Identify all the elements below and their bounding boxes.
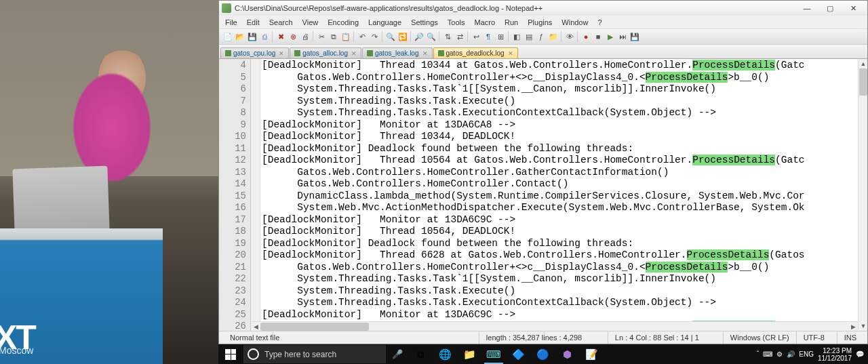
- close-doc-icon[interactable]: ✖: [275, 31, 287, 43]
- paste-icon[interactable]: 📋: [340, 31, 352, 43]
- menu-run[interactable]: Run: [500, 18, 523, 27]
- zoom-out-icon[interactable]: 🔍: [425, 31, 437, 43]
- code-line[interactable]: System.Web.Mvc.ActionMethodDispatcher.Ex…: [262, 202, 858, 214]
- terminal-icon[interactable]: ⌨: [481, 344, 506, 364]
- code-line[interactable]: Gatos.Web.Controllers.HomeController.Con…: [262, 178, 858, 190]
- tab-gatos-leak[interactable]: gatos_leak.log✕: [362, 47, 433, 58]
- code-line[interactable]: System.Threading.Tasks.Task.Execute(): [262, 285, 858, 298]
- tray-chevron-icon[interactable]: ˆ: [757, 350, 759, 358]
- start-button[interactable]: [218, 344, 243, 364]
- redo-icon[interactable]: ↷: [368, 31, 380, 43]
- menu-macro[interactable]: Macro: [469, 18, 500, 27]
- userlang-icon[interactable]: ◧: [511, 31, 523, 43]
- save-all-icon[interactable]: ⎙: [258, 31, 271, 43]
- maximize-button[interactable]: ▢: [818, 1, 842, 15]
- code-line[interactable]: [DeadlockMonitor] Deadlock found between…: [262, 238, 858, 250]
- code-line[interactable]: Gatos.Web.Controllers.HomeController+<>c…: [262, 262, 858, 274]
- task-view-icon[interactable]: ⧉: [408, 344, 433, 364]
- code-line[interactable]: System.Threading.Tasks.Task.Execute(): [262, 96, 858, 108]
- wordwrap-icon[interactable]: ↩: [470, 31, 482, 43]
- tab-close-icon[interactable]: ✕: [508, 50, 513, 57]
- menu-help[interactable]: ?: [593, 18, 606, 27]
- code-line[interactable]: DynamicClass.lambda_method(System.Runtim…: [262, 190, 858, 203]
- cortana-mic-icon[interactable]: 🎤: [387, 344, 408, 364]
- close-button[interactable]: ✕: [842, 1, 865, 15]
- app-icon-2[interactable]: 🔵: [530, 344, 555, 364]
- copy-icon[interactable]: ⧉: [328, 31, 340, 43]
- scroll-right-icon[interactable]: ▶: [848, 322, 858, 331]
- code-line[interactable]: System.Threading.Tasks.Task.ExecutionCon…: [262, 297, 858, 309]
- taskbar-search[interactable]: Type here to search: [243, 345, 386, 363]
- scroll-up-icon[interactable]: ▲: [859, 59, 867, 68]
- tab-close-icon[interactable]: ✕: [422, 50, 428, 57]
- horizontal-scrollbar[interactable]: ◀ ▶: [251, 321, 858, 331]
- code-line[interactable]: [DeadlockMonitor] Monitor at 13DA6C9C --…: [262, 214, 858, 226]
- cut-icon[interactable]: ✂: [315, 31, 328, 43]
- save-macro-icon[interactable]: 💾: [629, 31, 641, 43]
- scroll-down-icon[interactable]: ▼: [859, 321, 867, 331]
- tray-keyboard-icon[interactable]: ⌨: [763, 350, 772, 358]
- minimize-button[interactable]: —: [795, 1, 818, 15]
- tab-close-icon[interactable]: ✕: [351, 50, 357, 57]
- tab-gatos-alloc[interactable]: gatos_alloc.log✕: [290, 47, 361, 58]
- tray-network-icon[interactable]: ⚙: [776, 350, 783, 358]
- code-line[interactable]: Gatos.Web.Controllers.HomeController.Gat…: [262, 167, 858, 179]
- menu-search[interactable]: Search: [264, 18, 298, 27]
- code-line[interactable]: System.Threading.Tasks.Task`1[[System.__…: [262, 83, 858, 96]
- scroll-thumb[interactable]: [859, 68, 867, 96]
- monitoring-icon[interactable]: 👁: [564, 31, 576, 43]
- code-line[interactable]: [DeadlockMonitor] Monitor at 13DA6C9C --…: [262, 309, 858, 321]
- code-line[interactable]: [DeadlockMonitor] Thread 10564 at Gatos.…: [262, 155, 858, 167]
- menu-tools[interactable]: Tools: [443, 18, 470, 27]
- vertical-scrollbar[interactable]: ▲ ▼: [858, 59, 867, 331]
- menu-file[interactable]: File: [220, 18, 242, 27]
- code-line[interactable]: [DeadlockMonitor] Thread 6628 at Gatos.W…: [262, 249, 858, 262]
- app-icon-1[interactable]: 🔷: [506, 344, 530, 364]
- code-line[interactable]: [DeadlockMonitor] Thread 10344, DEADLOCK…: [262, 131, 858, 143]
- sync-vscroll-icon[interactable]: ⇅: [441, 31, 454, 43]
- menu-edit[interactable]: Edit: [242, 18, 264, 27]
- new-file-icon[interactable]: 📄: [222, 31, 234, 43]
- folder-icon[interactable]: 📁: [547, 31, 559, 43]
- play-multi-icon[interactable]: ⏭: [616, 31, 629, 43]
- record-macro-icon[interactable]: ●: [580, 31, 592, 43]
- funclist-icon[interactable]: ƒ: [535, 31, 547, 43]
- code-line[interactable]: System.Threading.Tasks.Task`1[[System.__…: [262, 273, 858, 285]
- tab-gatos-deadlock[interactable]: gatos_deadlock.log✕: [433, 47, 518, 58]
- indent-guide-icon[interactable]: ⊞: [494, 31, 507, 43]
- code-line[interactable]: Gatos.Web.Controllers.HomeController+<>c…: [262, 72, 858, 84]
- find-icon[interactable]: 🔍: [384, 31, 397, 43]
- code-line[interactable]: System.Threading.Tasks.Task.ExecutionCon…: [262, 107, 858, 119]
- undo-icon[interactable]: ↶: [356, 31, 368, 43]
- zoom-in-icon[interactable]: 🔎: [413, 31, 425, 43]
- scroll-left-icon[interactable]: ◀: [251, 322, 260, 331]
- code-line[interactable]: [DeadlockMonitor] Deadlock found between…: [262, 143, 858, 155]
- code-line[interactable]: [DeadlockMonitor] Thread 10344 at Gatos.…: [262, 60, 858, 72]
- menu-language[interactable]: Language: [363, 18, 406, 27]
- close-all-icon[interactable]: ⊗: [287, 31, 299, 43]
- tab-gatos-cpu[interactable]: gatos_cpu.log✕: [220, 47, 289, 58]
- visual-studio-icon[interactable]: ⬢: [555, 344, 579, 364]
- menu-view[interactable]: View: [298, 18, 323, 27]
- menu-encoding[interactable]: Encoding: [323, 18, 363, 27]
- tray-language[interactable]: ENG: [799, 350, 814, 358]
- code-line[interactable]: [DeadlockMonitor] Monitor at 13DA6CA8 --…: [262, 119, 858, 132]
- tray-notifications-icon[interactable]: 💬: [856, 350, 864, 358]
- tray-volume-icon[interactable]: 🔊: [787, 350, 795, 358]
- print-icon[interactable]: 🖨: [299, 31, 311, 43]
- menu-plugins[interactable]: Plugins: [523, 18, 557, 27]
- show-all-chars-icon[interactable]: ¶: [482, 31, 494, 43]
- tray-clock[interactable]: 12:23 PM 11/12/2017: [818, 347, 852, 362]
- notepadpp-task-icon[interactable]: 📝: [579, 344, 604, 364]
- open-file-icon[interactable]: 📂: [234, 31, 246, 43]
- replace-icon[interactable]: 🔁: [397, 31, 409, 43]
- code-editor[interactable]: [DeadlockMonitor] Thread 10344 at Gatos.…: [260, 59, 858, 331]
- file-explorer-icon[interactable]: 📁: [457, 344, 481, 364]
- play-macro-icon[interactable]: ▶: [604, 31, 616, 43]
- docmap-icon[interactable]: ▤: [523, 31, 535, 43]
- scroll-thumb-h[interactable]: [260, 323, 369, 331]
- stop-macro-icon[interactable]: ■: [592, 31, 604, 43]
- tab-close-icon[interactable]: ✕: [279, 50, 284, 57]
- menu-window[interactable]: Window: [557, 18, 593, 27]
- fold-margin[interactable]: [251, 59, 260, 331]
